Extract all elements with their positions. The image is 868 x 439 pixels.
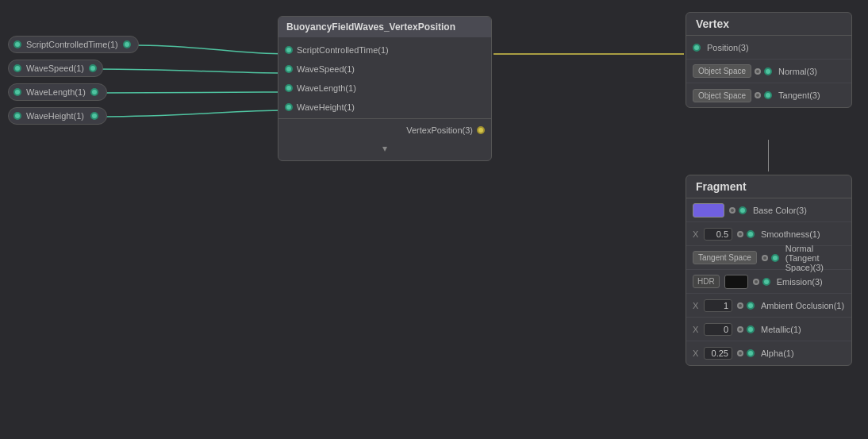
fragment-port-base-color: [739, 206, 747, 214]
fragment-port-metallic: [747, 325, 755, 333]
alpha-mini-dot: [737, 350, 743, 356]
vertex-row-normal: Object Space Normal(3): [686, 60, 851, 83]
main-node-header: BuoyancyFieldWaves_VertexPosition: [278, 17, 491, 37]
fragment-label-emission: Emission(3): [777, 277, 845, 287]
vertex-title: Vertex: [696, 17, 729, 30]
alpha-x-label: X: [693, 349, 701, 358]
fragment-port-alpha: [747, 349, 755, 357]
vertex-port-tangent: [764, 91, 772, 99]
fragment-row-emission: HDR Emission(3): [686, 270, 851, 294]
fragment-row-alpha: X Alpha(1): [686, 341, 851, 365]
main-node-title: BuoyancyFieldWaves_VertexPosition: [286, 21, 455, 33]
fragment-label-metallic: Metallic(1): [761, 325, 845, 334]
output-dot-script-time: [123, 40, 131, 48]
vertex-panel: Vertex Position(3) Object Space Normal(3…: [686, 12, 852, 108]
vertex-label-normal: Normal(3): [778, 67, 845, 76]
input-dot-wave-length: [285, 84, 293, 92]
base-color-mini-dot: [729, 207, 735, 214]
main-node-output-vertex: VertexPosition(3): [278, 121, 491, 140]
fragment-port-smoothness: [747, 230, 755, 238]
left-node-wave-length[interactable]: WaveLength(1): [8, 83, 107, 101]
tangent-space-btn[interactable]: Tangent Space: [693, 251, 757, 264]
port-dot-script-time: [13, 40, 21, 48]
main-input-label-1: WaveSpeed(1): [297, 64, 355, 74]
base-color-swatch[interactable]: [693, 203, 724, 218]
ao-x-label: X: [693, 301, 701, 310]
main-node-body: ScriptControlledTime(1) WaveSpeed(1) Wav…: [278, 37, 491, 160]
vertex-mini-dot-normal: [755, 68, 761, 75]
main-input-label-2: WaveLength(1): [297, 83, 356, 93]
ao-mini-dot: [737, 302, 743, 309]
smoothness-x-label: X: [693, 229, 701, 239]
emission-swatch[interactable]: [724, 275, 748, 289]
fragment-row-ambient-occlusion: X Ambient Occlusion(1): [686, 294, 851, 318]
port-dot-wave-height: [13, 112, 21, 120]
main-input-label-0: ScriptControlledTime(1): [297, 45, 389, 55]
fragment-row-metallic: X Metallic(1): [686, 318, 851, 341]
metallic-mini-dot: [737, 326, 743, 333]
output-dot-wave-speed: [89, 64, 97, 72]
port-dot-wave-speed: [13, 64, 21, 72]
main-node: BuoyancyFieldWaves_VertexPosition Script…: [278, 16, 492, 161]
fragment-label-ao: Ambient Occlusion(1): [761, 301, 845, 310]
vertical-connector-line: [768, 140, 769, 171]
vertex-panel-header: Vertex: [686, 13, 851, 36]
main-node-port-wave-length: WaveLength(1): [278, 79, 491, 98]
fragment-label-normal-tangent: Normal (Tangent Space)(3): [785, 244, 845, 272]
left-node-label-wave-speed: WaveSpeed(1): [26, 64, 84, 73]
fragment-panel: Fragment Base Color(3) X Smoothness(1) T…: [686, 175, 852, 366]
vertex-port-position: [693, 44, 701, 52]
metallic-x-label: X: [693, 325, 701, 334]
metallic-input[interactable]: [704, 323, 732, 336]
left-node-script-time[interactable]: ScriptControlledTime(1): [8, 36, 139, 53]
expand-icon: ▾: [382, 143, 387, 154]
output-dot-wave-length: [90, 88, 98, 96]
left-node-label-script-time: ScriptControlledTime(1): [26, 40, 118, 49]
main-node-expand[interactable]: ▾: [278, 140, 491, 157]
fragment-row-normal-tangent: Tangent Space Normal (Tangent Space)(3): [686, 246, 851, 270]
input-dot-wave-height: [285, 103, 293, 111]
left-node-label-wave-height: WaveHeight(1): [26, 111, 84, 121]
vertex-label-tangent: Tangent(3): [778, 90, 845, 100]
vertex-port-normal: [764, 67, 772, 75]
fragment-label-alpha: Alpha(1): [761, 349, 845, 358]
output-dot-vertex-pos: [477, 126, 485, 134]
fragment-port-emission: [762, 278, 770, 286]
alpha-input[interactable]: [704, 347, 732, 360]
tangent-object-space-btn[interactable]: Object Space: [693, 89, 751, 102]
fragment-port-normal-tangent: [771, 254, 779, 262]
fragment-title: Fragment: [696, 180, 747, 193]
normal-tangent-mini-dot: [762, 255, 768, 261]
vertex-row-position: Position(3): [686, 36, 851, 60]
fragment-label-base-color: Base Color(3): [753, 206, 845, 215]
port-dot-wave-length: [13, 88, 21, 96]
emission-mini-dot: [753, 279, 759, 285]
fragment-label-smoothness: Smoothness(1): [761, 229, 845, 239]
fragment-row-base-color: Base Color(3): [686, 198, 851, 222]
smoothness-input[interactable]: [704, 228, 732, 241]
input-dot-wave-speed: [285, 65, 293, 73]
ambient-occlusion-input[interactable]: [704, 299, 732, 312]
vertex-mini-dot-tangent: [755, 92, 761, 98]
vertex-label-position: Position(3): [707, 43, 845, 52]
main-node-port-wave-height: WaveHeight(1): [278, 98, 491, 117]
normal-object-space-btn[interactable]: Object Space: [693, 64, 751, 78]
left-node-label-wave-length: WaveLength(1): [26, 87, 86, 97]
fragment-panel-header: Fragment: [686, 175, 851, 198]
input-dot-script-time: [285, 46, 293, 54]
left-node-wave-speed[interactable]: WaveSpeed(1): [8, 60, 103, 77]
main-node-port-wave-speed: WaveSpeed(1): [278, 60, 491, 79]
main-input-label-3: WaveHeight(1): [297, 102, 355, 112]
vertex-row-tangent: Object Space Tangent(3): [686, 83, 851, 107]
fragment-port-ao: [747, 302, 755, 310]
canvas-area: ScriptControlledTime(1) WaveSpeed(1) Wav…: [0, 0, 868, 439]
output-dot-wave-height: [90, 112, 98, 120]
main-node-port-script-time: ScriptControlledTime(1): [278, 40, 491, 60]
left-node-wave-height[interactable]: WaveHeight(1): [8, 107, 107, 125]
fragment-row-smoothness: X Smoothness(1): [686, 222, 851, 246]
main-output-label-0: VertexPosition(3): [406, 125, 473, 135]
hdr-btn[interactable]: HDR: [693, 275, 720, 288]
smoothness-mini-dot: [737, 231, 743, 237]
